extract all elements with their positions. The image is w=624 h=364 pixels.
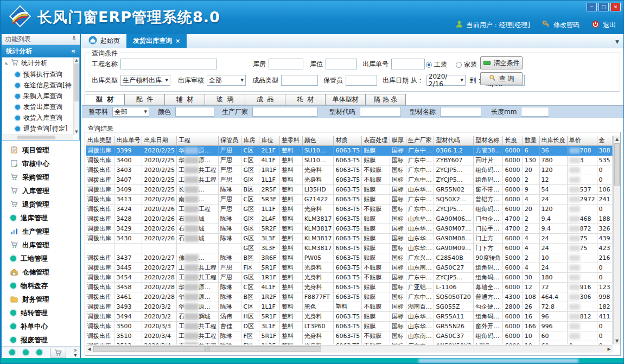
scrollbar-thumb[interactable] [614,143,620,186]
column-header[interactable]: 颜色 [302,136,334,145]
scroll-down-icon[interactable]: ▼ [614,337,620,344]
column-header[interactable]: 出库长度 [539,136,567,145]
column-header[interactable]: 金 [597,136,612,145]
column-header[interactable]: 单价 [567,136,597,145]
tree-item[interactable]: 退货查询[待定] [2,123,79,134]
table-row[interactable]: 调拨出库34932020/3/2华原…陈琳C区1L1F整料黑色塑料不贴膜国标湖南… [86,302,613,311]
table-row[interactable]: 调拨出库35122020/3/4工共工程陈琳F区1L2F整料光身料6063-T5… [86,341,613,344]
table-row[interactable]: 调拨出库34092020/2/25长…陈琳B区2R5F整料LI35HD6063-… [86,184,613,194]
table-row[interactable]: 调拨出库34002020/2/25华原…严思C区4L1F整料SU10…6063-… [86,155,613,165]
color-input[interactable] [175,107,214,117]
table-row[interactable]: 调拨出库35002020/3/3工共工程曹佳D区3L1F整料LT3P606063… [86,321,613,331]
project-name-input[interactable] [120,59,217,69]
sidebar-module-item[interactable]: 结转管理 [2,306,80,320]
column-header[interactable]: 长度 [503,136,523,145]
length-input[interactable] [521,107,549,117]
table-row[interactable]: 调拨出库34372020/2/27佛…陈琳B区3R6F整料PW056063-T5… [86,253,613,263]
table-row[interactable]: 调拨出库33992020/2/25华原…严思C区2L1F整料SU10…6063-… [86,145,613,155]
pin-icon[interactable] [72,35,77,43]
column-header[interactable]: 整零料 [279,136,302,145]
sidebar-module-item[interactable]: 退库管理 [2,212,80,225]
profile-code-input[interactable] [360,107,401,117]
column-header[interactable]: 出库单号 [114,136,142,145]
tree-item[interactable]: 在途信息查询[待 [2,80,79,91]
sidebar-module-item[interactable]: 入库管理 [2,184,80,198]
audit-select[interactable]: 全部▼ [207,75,246,86]
search-button[interactable]: 查 询 [480,72,523,85]
material-tab[interactable]: 玻 璃 [205,94,245,105]
column-header[interactable]: 生产厂家 [406,136,434,145]
sidebar-module-item[interactable]: 工地管理 [2,252,80,266]
table-row[interactable]: 调拨出库35102020/3/4工共工程陈琳F区5R1F整料光身料6063-T5… [86,331,613,341]
table-horizontal-scrollbar[interactable]: ◀ ||| ▶ [86,345,613,353]
column-header[interactable]: 保管员 [218,136,241,145]
column-header[interactable]: 库房 [241,136,259,145]
tree-item[interactable]: 采购入库查询 [2,91,79,101]
scroll-up-icon[interactable]: ▲ [74,58,79,63]
table-row[interactable]: 调拨出库34612020/2/28华原…陈琳B区1R2F整料F8877FT606… [86,292,613,302]
keeper-input[interactable] [346,75,377,86]
column-header[interactable]: 型材代码 [434,136,474,145]
table-vertical-scrollbar[interactable]: ▲ ▼ [613,136,620,344]
material-tab[interactable]: 型 材 [85,94,125,105]
radio-jiazhuang[interactable]: 家装 [456,60,477,69]
tab-overflow-icon[interactable]: ▼ [615,39,619,44]
table-row[interactable]: 调拨出库34582020/2/28华原…陈琳C区4L1F整料光身料6063-T5… [86,282,613,292]
scrollbar-thumb[interactable]: ||| [93,346,321,352]
scroll-right-icon[interactable]: ▶ [606,346,613,353]
column-header[interactable]: 出库类型 [86,136,114,145]
warehouse-input[interactable] [269,59,303,69]
radio-gongzhuang[interactable]: 工装 [426,60,447,69]
tree-item[interactable]: 收货入库查询 [2,112,79,123]
sidebar-module-item[interactable]: 采购管理 [2,171,80,184]
sidebar-module-item[interactable]: 报废管理 [2,334,80,347]
table-row[interactable]: 调拨出库34302020/2/26石城陈琳G区3L3F整料KLM38176063… [86,233,613,243]
sidebar-module-item[interactable]: 出库管理 [2,239,80,252]
expander-icon[interactable] [5,62,8,65]
minimize-button[interactable]: ─ [587,3,597,11]
material-tab[interactable]: 配 件 [125,94,165,105]
table-row[interactable]: G区3L3F整料KLM38176063-T5贴膜国标山东华…GA90M09…门下… [86,243,613,253]
order-no-input[interactable] [391,59,425,69]
scrollbar-thumb[interactable] [17,136,55,139]
overflow-chevron-icon[interactable]: »▾ [74,348,77,357]
document-tab[interactable]: 发货出库查询× [126,34,187,48]
manufacturer-input[interactable] [252,107,317,117]
material-tab[interactable]: 隔 热 条 [366,94,406,105]
sidebar-module-item[interactable]: 补单中心 [2,320,80,334]
maximize-button[interactable]: □ [598,3,609,11]
sidebar-module-item[interactable]: 项目管理 [2,144,80,157]
tree-item[interactable]: 预算执行查询 [2,69,79,80]
change-password-button[interactable]: 修改密码 [542,20,580,30]
column-header[interactable]: 库位 [259,136,280,145]
scroll-down-icon[interactable]: ▼ [74,129,79,135]
document-tab[interactable]: 起始页 [82,34,126,48]
table-row[interactable]: 调拨出库34942020/3/2石辉城汤伟H区5R1F整料光身料6063-T5贴… [86,311,613,321]
table-row[interactable]: 调拨出库34452020/2/27工共工程严思F区5R1F整料光身料6063-T… [86,263,613,272]
sidebar-module-item[interactable]: 审核中心 [2,157,80,171]
sidebar-module-item[interactable]: 退货管理 [2,198,80,212]
column-header[interactable]: 型材名称 [474,136,503,145]
logout-button[interactable]: 退出 [591,20,616,30]
table-row[interactable]: 调拨出库34132020/2/26南…严思C区5R3F整料G714226063-… [86,194,613,204]
column-header[interactable]: 出库日期 [142,136,176,145]
column-header[interactable]: 膜厚 [390,136,406,145]
column-header[interactable]: 数量 [523,136,539,145]
sidebar-module-item[interactable]: 财务管理 [2,293,80,306]
sidebar-module-item[interactable]: 物料盘存 [2,279,80,293]
scroll-left-icon[interactable]: ◀ [86,346,93,353]
column-header[interactable]: 工程 [176,136,218,145]
outbound-type-select[interactable]: 生产领料出库▼ [120,75,170,86]
scrollbar-thumb[interactable] [74,63,79,101]
close-tab-icon[interactable]: × [175,37,180,44]
product-type-input[interactable] [281,75,318,86]
location-input[interactable] [326,59,357,69]
scroll-up-icon[interactable]: ▲ [614,136,620,143]
table-row[interactable]: 调拨出库34282020/2/26石城陈琳G区2L4F整料KLM38176063… [86,214,613,223]
collapse-icon[interactable]: « [71,47,75,55]
material-tab[interactable]: 辅 材 [165,94,205,105]
module-dot-icon[interactable] [9,349,15,355]
material-tab[interactable]: 耗 材 [285,94,326,105]
tree-item[interactable]: 发货出库查询 [2,101,79,112]
tree-vertical-scrollbar[interactable]: ▲ ▼ [73,58,79,135]
